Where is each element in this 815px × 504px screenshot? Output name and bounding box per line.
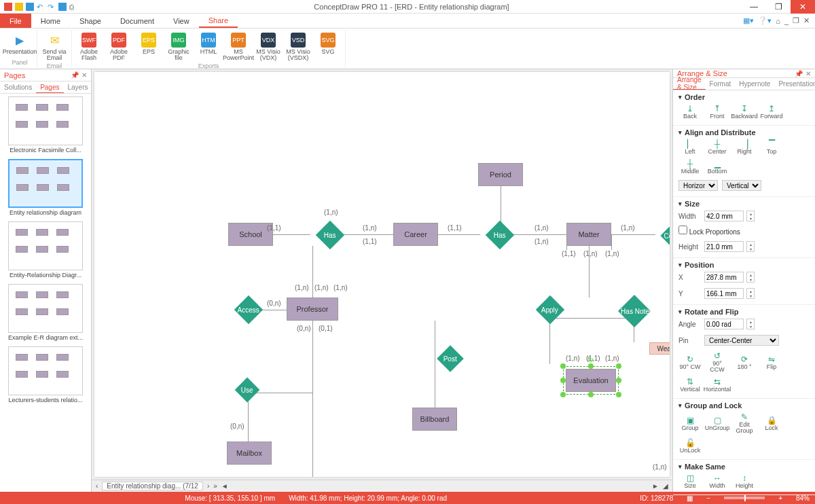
- pin-icon[interactable]: 📌: [795, 70, 803, 77]
- tab-solutions[interactable]: Solutions: [0, 82, 36, 93]
- pin-icon[interactable]: 📌: [71, 71, 79, 79]
- width-button[interactable]: ↔Width: [706, 473, 729, 489]
- vertical-button[interactable]: ⇅Vertical: [678, 377, 702, 393]
- right-button[interactable]: ▕Right: [733, 139, 756, 155]
- connector[interactable]: [611, 234, 655, 235]
- entity-professor[interactable]: Professor: [287, 298, 338, 321]
- export-vsdx-button[interactable]: VSDMS Visio (VSDX): [284, 31, 312, 62]
- export-vdx-button[interactable]: VDXMS Visio (VDX): [254, 31, 283, 62]
- mdi-min-icon[interactable]: _: [784, 17, 789, 25]
- connector[interactable]: [510, 234, 566, 235]
- selection-handle[interactable]: [616, 363, 621, 369]
- relation-ithas[interactable]: It Has Notes: [618, 295, 651, 327]
- tab-arrange-size[interactable]: Arrange & Size: [673, 78, 706, 90]
- edit-group-button[interactable]: ✎Edit Group: [733, 412, 756, 434]
- open-icon[interactable]: [26, 3, 34, 11]
- bottom-button[interactable]: ▁Bottom: [706, 159, 729, 175]
- connector[interactable]: [501, 186, 501, 223]
- entity-career[interactable]: Career: [393, 223, 438, 246]
- selection-handle[interactable]: [616, 378, 621, 383]
- selection-handle[interactable]: [588, 392, 594, 397]
- tab-pages[interactable]: Pages: [36, 82, 63, 93]
- tab-layers[interactable]: Layers: [64, 82, 92, 93]
- tab-share[interactable]: Share: [199, 14, 238, 28]
- distribute-horizontal-select[interactable]: Horizontal: [678, 180, 718, 191]
- angle-spinner[interactable]: ▴▾: [746, 319, 755, 329]
- connector[interactable]: [312, 246, 313, 298]
- entity-billboard[interactable]: Billboard: [412, 408, 457, 431]
- export-ppt-button[interactable]: PPTMS PowerPoint: [224, 31, 253, 62]
- hscroll-right[interactable]: ►: [652, 482, 659, 490]
- top-button[interactable]: ▔Top: [760, 139, 783, 155]
- width-input[interactable]: [704, 211, 744, 221]
- connector[interactable]: [438, 234, 480, 235]
- page-thumb[interactable]: Example E-R diagram ext...: [3, 284, 88, 341]
- undo-icon[interactable]: ↶: [37, 3, 45, 11]
- selection-handle[interactable]: [560, 392, 566, 397]
- tab-presentation[interactable]: Presentation: [774, 78, 815, 90]
- page-thumb[interactable]: Electronic Facsimile Coll...: [3, 96, 88, 154]
- active-doc-tab[interactable]: Entity relationship diag... (7/12: [102, 482, 203, 490]
- options-icon[interactable]: ▦▾: [743, 16, 754, 25]
- relation-contain[interactable]: Contain: [660, 220, 670, 251]
- relation-has1[interactable]: Has: [316, 221, 344, 249]
- selection-handle[interactable]: [616, 392, 621, 397]
- relation-post[interactable]: Post: [437, 345, 464, 372]
- relation-apply[interactable]: Apply: [536, 295, 564, 324]
- export-pdf-button[interactable]: PDFAdobe PDF: [105, 31, 133, 62]
- connector[interactable]: [312, 321, 313, 477]
- help-icon[interactable]: ❔▾: [758, 16, 772, 25]
- new-icon[interactable]: [15, 3, 23, 11]
- connector[interactable]: [273, 234, 310, 235]
- connector[interactable]: [339, 234, 393, 235]
- width-spinner[interactable]: ▴▾: [746, 211, 755, 221]
- entity-mailbox[interactable]: Mailbox: [227, 442, 272, 465]
- connector[interactable]: [549, 318, 550, 364]
- 180--button[interactable]: ⟳180 °: [733, 355, 756, 370]
- print-icon[interactable]: ⎙: [69, 3, 77, 11]
- doc-tabs-prev[interactable]: ‹: [96, 482, 98, 490]
- group-button[interactable]: ▣Group: [678, 416, 702, 431]
- weak-entity-label[interactable]: Weak Entity: [649, 342, 670, 355]
- pin-select[interactable]: Center-Center: [704, 335, 779, 346]
- zoom-slider[interactable]: [724, 497, 765, 499]
- connector[interactable]: [549, 318, 634, 319]
- tab-shape[interactable]: Shape: [70, 14, 111, 28]
- relation-access[interactable]: Access: [234, 295, 263, 324]
- forward-button[interactable]: ↥Forward: [760, 104, 783, 120]
- horizontal-button[interactable]: ⇆Horizontal: [706, 377, 729, 393]
- zoom-in-button[interactable]: +: [778, 494, 782, 502]
- canvas-scroll[interactable]: PeriodSchoolCareerMatterProfessorBibliog…: [94, 72, 670, 477]
- selection-handle[interactable]: [560, 363, 566, 369]
- lock-button[interactable]: 🔒Lock: [760, 416, 783, 431]
- left-button[interactable]: ▏Left: [678, 139, 702, 155]
- zoom-out-button[interactable]: −: [706, 494, 710, 502]
- connector[interactable]: [248, 398, 249, 442]
- size-button[interactable]: ◫Size: [678, 473, 702, 489]
- y-input[interactable]: [704, 288, 744, 299]
- tab-home[interactable]: Home: [31, 14, 70, 28]
- redo-icon[interactable]: ↷: [48, 3, 56, 11]
- y-spinner[interactable]: ▴▾: [746, 288, 755, 299]
- entity-matter[interactable]: Matter: [566, 223, 611, 246]
- panel-close-icon[interactable]: ✕: [82, 71, 87, 79]
- height-spinner[interactable]: ▴▾: [746, 241, 755, 252]
- resize-grip-icon[interactable]: ◢: [663, 482, 668, 490]
- page-thumb[interactable]: Lecturers-students relatio...: [3, 346, 88, 403]
- mdi-home-icon[interactable]: ⌂: [776, 17, 780, 25]
- tab-view[interactable]: View: [164, 14, 199, 28]
- mdi-restore-icon[interactable]: ❐: [793, 16, 799, 25]
- connector[interactable]: [248, 393, 312, 393]
- flip-button[interactable]: ⇋Flip: [760, 355, 783, 370]
- panel-close-icon[interactable]: ✕: [805, 70, 811, 77]
- tab-document[interactable]: Document: [111, 14, 164, 28]
- doc-tabs-end[interactable]: »: [213, 482, 217, 490]
- front-button[interactable]: ⤒Front: [706, 104, 729, 120]
- connector[interactable]: [611, 234, 612, 250]
- lock-proportions-checkbox[interactable]: [678, 226, 687, 234]
- entity-period[interactable]: Period: [478, 163, 523, 186]
- tab-file[interactable]: File: [0, 14, 31, 28]
- page-thumb[interactable]: Entity-Relationship Diagr...: [3, 221, 88, 278]
- relation-use[interactable]: Use: [235, 378, 260, 403]
- x-input[interactable]: [704, 272, 744, 283]
